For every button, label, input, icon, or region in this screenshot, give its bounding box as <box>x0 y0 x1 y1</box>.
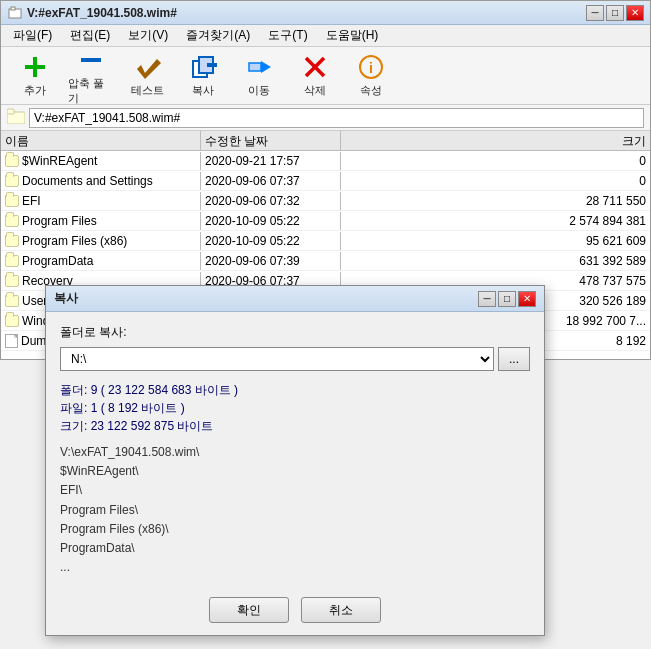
svg-rect-16 <box>7 109 14 114</box>
delete-label: 삭제 <box>304 83 326 98</box>
table-row[interactable]: EFI 2020-09-06 07:32 28 711 550 <box>1 191 650 211</box>
folder-icon <box>5 175 19 187</box>
file-size: 0 <box>341 152 650 170</box>
dialog-maximize-button[interactable]: □ <box>498 291 516 307</box>
dialog-cancel-button[interactable]: 취소 <box>301 597 381 623</box>
folder-icon <box>5 275 19 287</box>
svg-marker-10 <box>261 61 271 73</box>
copy-button[interactable]: 복사 <box>177 51 229 101</box>
svg-text:i: i <box>369 60 373 76</box>
extract-button[interactable]: 압축 풀기 <box>65 51 117 101</box>
table-row[interactable]: Program Files 2020-10-09 05:22 2 574 894… <box>1 211 650 231</box>
copy-dialog: 복사 ─ □ ✕ 폴더로 복사: N:\ ... 폴더: 9 ( 23 122 … <box>45 285 545 636</box>
folder-icon <box>5 215 19 227</box>
file-name: EFI <box>1 192 201 210</box>
address-bar <box>1 105 650 131</box>
toolbar: 추가 압축 풀기 테스트 <box>1 47 650 105</box>
window-icon <box>7 5 23 21</box>
dialog-title-controls: ─ □ ✕ <box>478 291 536 307</box>
path-line: ProgramData\ <box>60 539 530 558</box>
menu-help[interactable]: 도움말(H) <box>318 25 387 46</box>
window-controls: ─ □ ✕ <box>586 5 644 21</box>
dialog-info-line2: 파일: 1 ( 8 192 바이트 ) <box>60 399 530 417</box>
file-name: $WinREAgent <box>1 152 201 170</box>
path-line: ... <box>60 558 530 577</box>
dialog-info-line3: 크기: 23 122 592 875 바이트 <box>60 417 530 435</box>
file-name: Documents and Settings <box>1 172 201 190</box>
dialog-close-button[interactable]: ✕ <box>518 291 536 307</box>
folder-icon <box>5 315 19 327</box>
table-row[interactable]: $WinREAgent 2020-09-21 17:57 0 <box>1 151 650 171</box>
folder-icon <box>5 155 19 167</box>
dialog-path-input[interactable]: N:\ <box>60 347 494 371</box>
copy-label: 복사 <box>192 83 214 98</box>
maximize-button[interactable]: □ <box>606 5 624 21</box>
menu-favorites[interactable]: 즐겨찾기(A) <box>178 25 258 46</box>
copy-icon <box>189 53 217 81</box>
dialog-title-bar: 복사 ─ □ ✕ <box>46 286 544 312</box>
col-date-header[interactable]: 수정한 날짜 <box>201 131 341 150</box>
menu-bar: 파일(F) 편집(E) 보기(V) 즐겨찾기(A) 도구(T) 도움말(H) <box>1 25 650 47</box>
svg-rect-3 <box>25 65 45 69</box>
table-row[interactable]: Documents and Settings 2020-09-06 07:37 … <box>1 171 650 191</box>
file-size: 95 621 609 <box>341 232 650 250</box>
file-size: 28 711 550 <box>341 192 650 210</box>
menu-view[interactable]: 보기(V) <box>120 25 176 46</box>
folder-icon <box>5 235 19 247</box>
test-label: 테스트 <box>131 83 164 98</box>
path-line: EFI\ <box>60 481 530 500</box>
info-label: 속성 <box>360 83 382 98</box>
dialog-folder-label: 폴더로 복사: <box>60 324 530 341</box>
dialog-minimize-button[interactable]: ─ <box>478 291 496 307</box>
plus-icon <box>21 53 49 81</box>
svg-marker-5 <box>137 59 161 79</box>
path-line: $WinREAgent\ <box>60 462 530 481</box>
minus-icon <box>77 46 105 74</box>
move-button[interactable]: 이동 <box>233 51 285 101</box>
file-size: 0 <box>341 172 650 190</box>
dialog-title: 복사 <box>54 290 478 307</box>
dialog-body: 폴더로 복사: N:\ ... 폴더: 9 ( 23 122 584 683 바… <box>46 312 544 589</box>
folder-icon <box>5 255 19 267</box>
dialog-input-row: N:\ ... <box>60 347 530 371</box>
folder-icon <box>5 295 19 307</box>
dialog-info-line1: 폴더: 9 ( 23 122 584 683 바이트 ) <box>60 381 530 399</box>
file-date: 2020-09-06 07:32 <box>201 192 341 210</box>
test-button[interactable]: 테스트 <box>121 51 173 101</box>
menu-file[interactable]: 파일(F) <box>5 25 60 46</box>
table-row[interactable]: ProgramData 2020-09-06 07:39 631 392 589 <box>1 251 650 271</box>
add-label: 추가 <box>24 83 46 98</box>
file-name: Program Files (x86) <box>1 232 201 250</box>
dialog-browse-button[interactable]: ... <box>498 347 530 371</box>
close-button[interactable]: ✕ <box>626 5 644 21</box>
check-icon <box>133 53 161 81</box>
menu-tools[interactable]: 도구(T) <box>260 25 315 46</box>
menu-edit[interactable]: 편집(E) <box>62 25 118 46</box>
file-icon <box>5 334 18 348</box>
delete-icon <box>301 53 329 81</box>
dialog-info: 폴더: 9 ( 23 122 584 683 바이트 ) 파일: 1 ( 8 1… <box>60 381 530 435</box>
file-date: 2020-10-09 05:22 <box>201 232 341 250</box>
svg-rect-9 <box>249 63 261 71</box>
dialog-ok-button[interactable]: 확인 <box>209 597 289 623</box>
file-date: 2020-10-09 05:22 <box>201 212 341 230</box>
address-input[interactable] <box>29 108 644 128</box>
info-button[interactable]: i 속성 <box>345 51 397 101</box>
path-line: Program Files (x86)\ <box>60 520 530 539</box>
window-title: V:#exFAT_19041.508.wim# <box>27 6 177 20</box>
folder-nav-icon <box>7 108 25 127</box>
dialog-path: V:\exFAT_19041.508.wim\ $WinREAgent\ EFI… <box>60 443 530 577</box>
table-row[interactable]: Program Files (x86) 2020-10-09 05:22 95 … <box>1 231 650 251</box>
file-date: 2020-09-06 07:37 <box>201 172 341 190</box>
file-list-header: 이름 수정한 날짜 크기 <box>1 131 650 151</box>
add-button[interactable]: 추가 <box>9 51 61 101</box>
minimize-button[interactable]: ─ <box>586 5 604 21</box>
delete-button[interactable]: 삭제 <box>289 51 341 101</box>
col-name-header[interactable]: 이름 <box>1 131 201 150</box>
file-date: 2020-09-21 17:57 <box>201 152 341 170</box>
info-icon: i <box>357 53 385 81</box>
col-size-header[interactable]: 크기 <box>341 131 650 150</box>
file-name: ProgramData <box>1 252 201 270</box>
file-date: 2020-09-06 07:39 <box>201 252 341 270</box>
title-bar: V:#exFAT_19041.508.wim# ─ □ ✕ <box>1 1 650 25</box>
